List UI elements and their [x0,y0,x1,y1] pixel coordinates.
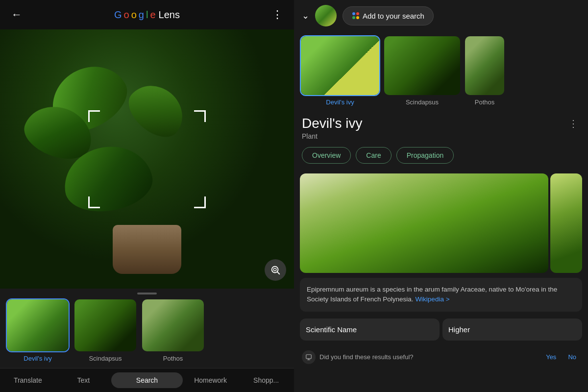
pot-decoration [113,225,181,274]
svg-line-1 [277,272,280,274]
google-colored-star-icon [352,12,360,20]
result-label-pothos: Pothos [475,98,494,106]
camera-view [0,29,294,289]
result-img-bg-2 [384,36,460,95]
higher-card[interactable]: Higher [442,318,582,341]
feedback-row: Did you find these results useful? Yes N… [294,346,588,372]
detail-image-side [550,173,582,273]
nav-tab-text[interactable]: Text [56,372,112,388]
user-avatar[interactable] [315,5,337,26]
wikipedia-link[interactable]: Wikipedia > [415,295,449,303]
thumbnail-image-scindapsus [74,298,137,352]
plant-name-row: Devil's ivy ⋮ [302,116,580,131]
svg-rect-7 [306,354,312,358]
bottom-cards: Scientific Name Higher [294,317,588,346]
left-panel: ← Google Lens ⋮ [0,0,294,392]
scan-frame [88,110,206,208]
nav-tab-shopping[interactable]: Shopp... [238,372,294,388]
result-image-box-scindapsus [383,35,461,96]
result-label-scindapsus: Scindapsus [406,98,439,106]
bottom-nav: Translate Text Search Homework Shopp... [0,368,294,392]
title-letter-o1: o [124,9,129,21]
plant-info-section: Devil's ivy ⋮ Plant Overview Care Propag… [294,110,588,168]
detail-images-section [294,168,588,273]
nav-tab-translate[interactable]: Translate [0,372,56,388]
scientific-name-card[interactable]: Scientific Name [300,318,440,341]
result-img-bg-3 [465,36,504,95]
thumbnail-label-pothos: Pothos [163,355,183,362]
thumb-plant-bg-1 [7,299,69,351]
svg-point-3 [352,12,355,15]
svg-point-2 [273,268,276,271]
title-letter-o2: o [131,9,137,21]
feedback-no-button[interactable]: No [564,353,580,361]
result-item-pothos[interactable]: Pothos [464,35,505,106]
care-tab[interactable]: Care [356,147,391,164]
title-letter-g2: g [139,9,144,21]
add-to-search-button[interactable]: Add to your search [343,6,434,25]
svg-point-6 [356,16,359,19]
thumb-plant-bg-3 [142,299,204,351]
feedback-question-text: Did you find these results useful? [319,353,538,361]
svg-point-4 [356,12,359,15]
overview-tab[interactable]: Overview [302,147,351,164]
thumbnail-label-scindapsus: Scindapsus [89,355,122,362]
corner-top-right [194,110,206,122]
title-letter-g: G [114,9,122,21]
title-letter-l: l [146,9,148,21]
result-images-row: Devil's ivy Scindapsus Pothos [294,31,588,110]
thumb-plant-bg-2 [74,299,136,351]
propagation-tab[interactable]: Propagation [396,147,454,164]
plant-type: Plant [302,132,580,140]
right-panel: ⌄ Add to your search Devil's ivy [294,0,588,392]
lens-search-icon-button[interactable] [265,259,286,281]
drag-handle [137,293,157,294]
right-header: ⌄ Add to your search [294,0,588,31]
result-item-devils-ivy[interactable]: Devil's ivy [300,35,380,106]
result-img-bg-1 [301,36,379,95]
thumbnail-item-devils-ivy[interactable]: Devil's ivy [6,298,70,362]
pills-row: Overview Care Propagation [302,147,580,164]
result-item-scindapsus[interactable]: Scindapsus [383,35,461,106]
thumbnails-section: Devil's ivy Scindapsus Pothos [0,289,294,368]
corner-bottom-right [194,196,206,208]
nav-tab-homework[interactable]: Homework [183,372,239,388]
back-button[interactable]: ← [8,6,25,24]
add-to-search-label: Add to your search [363,12,424,20]
chevron-down-icon[interactable]: ⌄ [302,10,309,21]
nav-tab-search[interactable]: Search [111,372,183,388]
detail-image-main [300,173,548,273]
feedback-icon [302,350,316,364]
top-bar: ← Google Lens ⋮ [0,0,294,29]
thumbnail-label-devils-ivy: Devil's ivy [24,355,51,362]
thumbnail-item-scindapsus[interactable]: Scindapsus [74,298,137,362]
thumbnails-row: Devil's ivy Scindapsus Pothos [6,298,288,364]
result-image-box-devils-ivy [300,35,380,96]
svg-point-5 [352,16,355,19]
result-image-box-pothos [464,35,505,96]
corner-top-left [88,110,100,122]
thumbnail-image-devils-ivy [6,298,70,352]
thumbnail-image-pothos [141,298,205,352]
title-letter-e: e [150,9,155,21]
corner-bottom-left [88,196,100,208]
result-label-devils-ivy: Devil's ivy [326,98,354,106]
thumbnail-item-pothos[interactable]: Pothos [141,298,205,362]
plant-name: Devil's ivy [302,116,363,131]
feedback-yes-button[interactable]: Yes [542,353,560,361]
plant-background [0,29,294,289]
more-options-button[interactable]: ⋮ [269,6,286,24]
lens-text: Lens [159,9,180,21]
app-title: Google Lens [114,9,180,21]
description-box: Epipremnum aureum is a species in the ar… [300,278,582,312]
plant-options-button[interactable]: ⋮ [566,116,580,131]
